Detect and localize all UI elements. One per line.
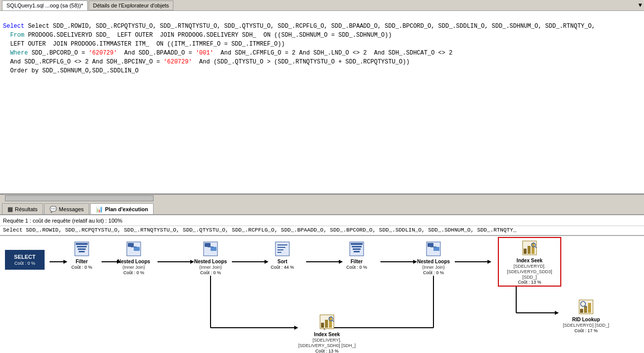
svg-rect-29 bbox=[128, 243, 134, 247]
svg-rect-58 bbox=[321, 323, 324, 328]
nested2-icon bbox=[202, 240, 219, 258]
select-label: SELECT bbox=[10, 254, 40, 260]
grid-icon: ▦ bbox=[7, 206, 13, 213]
rid-lookup-node: RID Lookup [SDELIVERYD] [SDD_] Coût : 17… bbox=[554, 298, 618, 333]
index-seek1-highlight: Index Seek [SDELIVERYD].[SDELIVERYD_SDD3… bbox=[498, 237, 561, 287]
svg-rect-44 bbox=[353, 248, 361, 250]
select-node: SELECT Coût : 0 % bbox=[5, 250, 45, 270]
filter2-node: Filter Coût : 0 % bbox=[334, 240, 379, 270]
tabs-bar: ▦ Résultats 💬 Messages 📊 Plan d'exécutio… bbox=[0, 201, 644, 215]
svg-rect-36 bbox=[275, 242, 289, 256]
plan-icon: 📊 bbox=[96, 206, 103, 213]
horizontal-scrollbar[interactable] bbox=[0, 194, 644, 201]
svg-marker-13 bbox=[487, 260, 491, 264]
tab-resultats[interactable]: ▦ Résultats bbox=[2, 203, 43, 214]
tab-plan-execution[interactable]: 📊 Plan d'exécution bbox=[90, 203, 154, 214]
index-seek2-node: Index Seek [SDELIVERY].[SDELIVERY_SDH0] … bbox=[292, 313, 362, 353]
svg-rect-43 bbox=[352, 246, 362, 247]
svg-rect-53 bbox=[532, 243, 535, 254]
nested3-icon bbox=[425, 240, 442, 258]
sql-editor[interactable]: Select Select SDD_.ROWID, SDD_.RCPQTYSTU… bbox=[0, 11, 644, 194]
index-seek2-icon bbox=[318, 313, 336, 331]
scrollbar-thumb[interactable] bbox=[5, 195, 154, 201]
svg-rect-47 bbox=[428, 243, 433, 247]
columns-row: Select SDD_.ROWID, SDD_.RCPQTYSTU_O, SDD… bbox=[0, 226, 644, 236]
svg-rect-24 bbox=[76, 243, 88, 245]
results-header: Requête 1 : coût de requête (relatif au … bbox=[0, 215, 644, 226]
svg-rect-25 bbox=[77, 246, 87, 247]
svg-rect-26 bbox=[78, 248, 86, 250]
message-icon: 💬 bbox=[50, 206, 57, 213]
tab-messages[interactable]: 💬 Messages bbox=[44, 203, 89, 214]
title-bar: SQLQuery1.sql ...oog (sa (58))* Détails … bbox=[0, 0, 644, 11]
svg-rect-33 bbox=[205, 243, 211, 247]
nested3-node: Nested Loops (Inner Join) Coût : 0 % bbox=[409, 240, 458, 275]
execution-plan: SELECT Coût : 0 % Filter Coût : 0 % bbox=[0, 236, 644, 353]
nested1-icon bbox=[125, 240, 143, 258]
filter2-icon bbox=[348, 240, 366, 258]
svg-rect-42 bbox=[351, 243, 363, 245]
sort-icon bbox=[273, 240, 291, 258]
sort-node: Sort Coût : 44 % bbox=[260, 240, 305, 270]
inactive-explorer-tab[interactable]: Détails de l'Explorateur d'objets bbox=[89, 0, 173, 10]
svg-rect-59 bbox=[325, 320, 328, 328]
nested1-node: Nested Loops (Inner Join) Coût : 0 % bbox=[109, 240, 159, 275]
nested2-node: Nested Loops (Inner Join) Coût : 0 % bbox=[186, 240, 235, 275]
svg-rect-27 bbox=[79, 251, 85, 252]
index-seek1-node: Index Seek [SDELIVERYD].[SDELIVERYD_SDD3… bbox=[500, 239, 559, 285]
svg-rect-51 bbox=[524, 249, 527, 254]
svg-rect-34 bbox=[211, 247, 216, 251]
filter1-icon bbox=[73, 240, 91, 258]
rid-lookup-icon bbox=[577, 298, 595, 316]
filter1-node: Filter Coût : 0 % bbox=[59, 240, 104, 270]
svg-rect-52 bbox=[528, 246, 531, 254]
index-seek1-icon bbox=[521, 239, 538, 257]
title-bar-dropdown[interactable]: ▼ bbox=[639, 2, 642, 9]
active-query-tab[interactable]: SQLQuery1.sql ...oog (sa (58))* bbox=[2, 0, 88, 10]
svg-rect-30 bbox=[134, 247, 140, 251]
svg-rect-66 bbox=[588, 303, 591, 313]
svg-rect-60 bbox=[329, 317, 332, 328]
svg-rect-48 bbox=[433, 247, 439, 251]
svg-rect-64 bbox=[580, 309, 583, 313]
select-cost: Coût : 0 % bbox=[10, 261, 40, 266]
svg-rect-45 bbox=[354, 251, 360, 252]
sql-content: Select Select SDD_.ROWID, SDD_.RCPQTYSTU… bbox=[0, 11, 644, 86]
